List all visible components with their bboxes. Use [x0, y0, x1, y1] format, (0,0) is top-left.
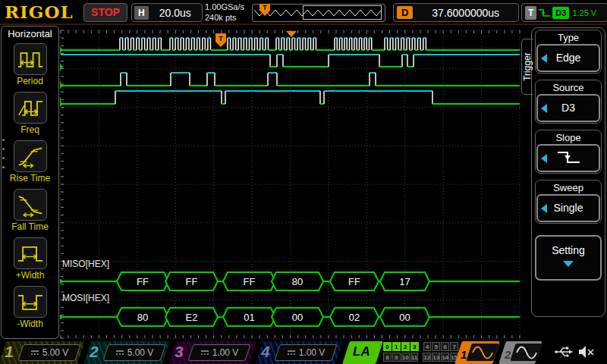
la-channel-row: 89101112131415 [383, 353, 459, 362]
menu-item-freq[interactable]: Freq [0, 92, 60, 135]
sine-wave-icon [513, 344, 540, 361]
menu-item-label: +Width [0, 270, 60, 281]
period-icon [16, 46, 45, 72]
menu-page-dot [2, 148, 5, 150]
la-channel-cell-2[interactable]: 2 [401, 342, 410, 351]
la-channel-cell-14[interactable]: 14 [441, 353, 449, 362]
trigger-slope-label: Slope [536, 131, 600, 144]
trigger-menu-title: Trigger [522, 41, 533, 93]
logic-analyzer-status[interactable]: LA [344, 341, 382, 364]
bus-value: FF [244, 276, 256, 287]
channel-4-scale: 1.00 V [299, 347, 326, 358]
channel-4-number: 4 [261, 343, 270, 361]
la-channel-cell-5[interactable]: 5 [432, 342, 440, 351]
trigger-setting-label: Setting [536, 244, 600, 256]
scope-display: MISO[HEX]FFFFFF80FF17MOSI[HEX]80E2010002… [0, 0, 607, 364]
trigger-type-label: Type [536, 31, 600, 44]
channel-1-number: 1 [5, 343, 14, 361]
trigger-level-flag-text: T [219, 35, 223, 42]
channel-1-status[interactable]: 1 5.00 V [0, 341, 83, 364]
delay-readout[interactable]: D 37.6000000us [393, 3, 519, 22]
la-channel-grid[interactable]: 0123456789101112131415 [383, 342, 459, 363]
plus-width-icon [16, 240, 45, 266]
trigger-source-value: D3 [561, 102, 575, 114]
dc-coupling-icon [30, 350, 39, 356]
trigger-slope-group: Slope [535, 130, 602, 174]
menu-item-plus-width[interactable]: +Width [0, 237, 60, 281]
la-channel-cell-6[interactable]: 6 [441, 342, 449, 351]
bus-value: 02 [349, 312, 360, 323]
left-menu-title: Horizontal [0, 28, 60, 39]
bus-value: FF [348, 276, 360, 287]
timebase-readout[interactable]: H 20.0us [131, 3, 203, 22]
la-channel-cell-12[interactable]: 12 [423, 353, 431, 362]
delay-badge: D [397, 6, 413, 19]
rigol-logo: RIGOL [5, 2, 74, 22]
trigger-source-group: Source D3 [535, 80, 602, 124]
bus-value: 80 [137, 312, 148, 323]
trigger-source-badge: D3 [552, 7, 569, 19]
la-channel-cell-9[interactable]: 9 [392, 353, 401, 362]
falling-edge-icon [538, 8, 551, 18]
la-channel-cell-8[interactable]: 8 [383, 353, 392, 362]
la-channel-cell-10[interactable]: 10 [401, 353, 410, 362]
menu-item-minus-width[interactable]: -Width [0, 286, 60, 329]
left-arrow-icon [541, 104, 547, 113]
la-channel-cell-13[interactable]: 13 [432, 353, 440, 362]
run-state-indicator[interactable]: STOP [83, 3, 127, 22]
channel-3-scale: 1.00 V [212, 347, 239, 358]
record-position-indicator[interactable]: T [252, 4, 385, 22]
channel-1-scale: 5.00 V [42, 347, 69, 358]
menu-item-rise-time[interactable]: Rise Time [0, 140, 60, 184]
trigger-source-button[interactable]: D3 [536, 94, 600, 122]
trigger-setting-button[interactable]: Setting [535, 235, 602, 281]
menu-item-period[interactable]: Period [0, 43, 60, 86]
trigger-badge: T [525, 6, 536, 20]
system-status-icons [554, 345, 595, 359]
la-channel-cell-11[interactable]: 11 [410, 353, 419, 362]
decoder-2-tab[interactable]: 2 [500, 341, 541, 364]
bus-value: 01 [244, 312, 254, 323]
left-arrow-icon [541, 154, 547, 163]
la-channel-cell-0[interactable]: 0 [383, 342, 392, 351]
speaker-muted-icon [578, 345, 595, 359]
trigger-menu: Trigger Type Edge Source D3 Slope Sweep … [521, 25, 607, 340]
la-channel-cell-3[interactable]: 3 [410, 342, 419, 351]
falling-edge-icon [553, 149, 583, 166]
trigger-type-group: Type Edge [535, 30, 602, 74]
menu-item-label: -Width [0, 318, 60, 329]
bus-value: 00 [292, 312, 303, 323]
menu-item-label: Freq [0, 124, 60, 135]
bus-value: 80 [292, 276, 303, 287]
freq-icon [16, 95, 45, 121]
minus-width-icon [16, 289, 45, 315]
horizontal-badge: H [134, 6, 149, 20]
left-arrow-icon [541, 204, 547, 213]
top-status-bar: RIGOL STOP H 20.0us 1.00GSa/s 240k pts T… [0, 0, 607, 25]
bus-label: MOSI[HEX] [62, 293, 109, 303]
sine-wave-icon [469, 344, 496, 361]
channel-4-status[interactable]: 4 1.00 V [256, 341, 341, 364]
trigger-type-value: Edge [556, 52, 581, 64]
channel-3-status[interactable]: 3 1.00 V [170, 341, 255, 364]
left-arrow-icon [541, 54, 547, 63]
channel-2-status[interactable]: 2 5.00 V [85, 341, 168, 364]
dc-coupling-icon [287, 350, 296, 356]
trigger-type-button[interactable]: Edge [536, 44, 600, 72]
la-channel-cell-4[interactable]: 4 [423, 342, 432, 351]
acquisition-readout: 1.00GSa/s 240k pts [205, 2, 244, 23]
menu-item-label: Period [0, 76, 60, 86]
la-channel-cell-1[interactable]: 1 [392, 342, 401, 351]
trigger-sweep-button[interactable]: Single [536, 194, 600, 222]
trigger-status-readout[interactable]: T D3 1.25 V [521, 3, 607, 22]
delay-value: 37.6000000us [413, 7, 518, 19]
channel-3-number: 3 [175, 343, 184, 361]
menu-page-dot [2, 157, 5, 159]
timebase-value: 20.0us [149, 7, 202, 19]
trigger-menu-tab: Trigger [521, 39, 533, 95]
menu-item-fall-time[interactable]: Fall Time [0, 189, 60, 232]
trigger-sweep-value: Single [554, 202, 583, 214]
dc-coupling-icon [115, 350, 124, 356]
decoder-1-tab[interactable]: 1 [456, 341, 498, 364]
trigger-slope-button[interactable] [536, 144, 600, 172]
